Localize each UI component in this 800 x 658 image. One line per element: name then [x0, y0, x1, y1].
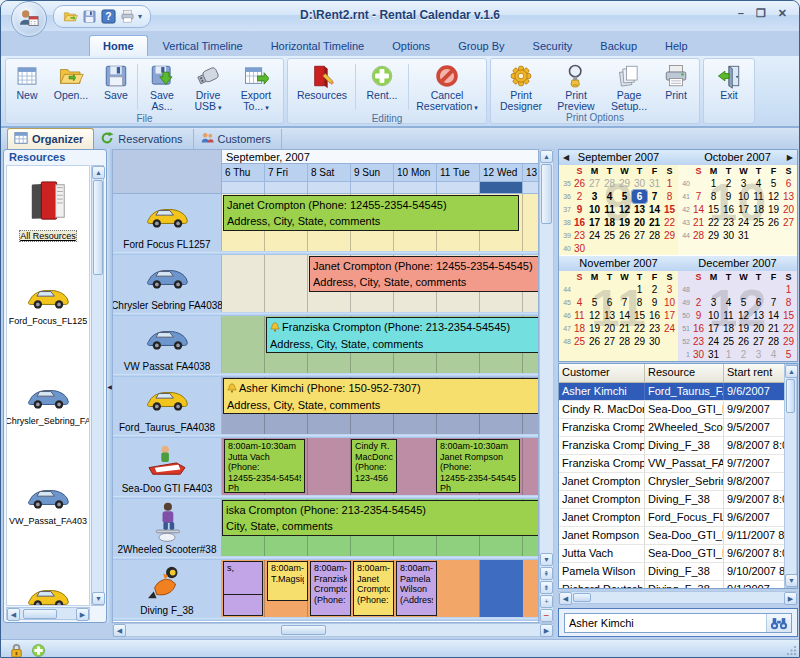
date-cell[interactable]: 10 [662, 296, 677, 309]
date-cell[interactable]: 17 [662, 309, 677, 322]
allday-cell[interactable] [394, 182, 437, 194]
date-cell[interactable]: 29 [632, 335, 647, 348]
date-cell[interactable]: 9 [721, 190, 736, 203]
scroll-thumb[interactable] [281, 625, 326, 635]
date-cell[interactable]: 24 [587, 229, 602, 242]
date-cell[interactable]: 16 [721, 203, 736, 216]
ribbon-tab-group-by[interactable]: Group By [445, 36, 517, 56]
resource-item-ford-focus-fl125[interactable]: Ford_Focus_FL125 [7, 274, 89, 374]
date-cell[interactable]: 21 [766, 322, 781, 335]
date-cell[interactable]: 25 [572, 335, 587, 348]
date-cell[interactable]: 16 [691, 322, 706, 335]
column-header-start-rent[interactable]: Start rent [724, 364, 786, 382]
timeline-area[interactable]: Janet Crompton (Phone: 12455-2354-54545)… [222, 194, 538, 251]
allday-cell[interactable] [437, 182, 480, 194]
date-cell[interactable]: 13 [781, 190, 796, 203]
resource-item-chrysler-sebring-fa[interactable]: Chrysler_Sebring_FA [7, 374, 89, 474]
scroll-thumb[interactable] [23, 609, 57, 619]
date-cell[interactable]: 11 [721, 309, 736, 322]
date-cell[interactable]: 4 [572, 296, 587, 309]
reservation-block[interactable]: Asher Kimchi (Phone: 150-952-7307)Addres… [223, 378, 539, 414]
scroll-left-icon[interactable]: ◀ [559, 592, 572, 605]
scroll-right-icon[interactable]: ▶ [540, 624, 553, 637]
date-cell[interactable]: 9 [647, 296, 662, 309]
date-cell[interactable]: 3 [751, 348, 766, 361]
table-row[interactable]: Janet RompsonSea-Doo_GTI_FA49/11/2007 8:… [559, 527, 797, 545]
table-row[interactable]: Richard DeutschDiving_F_389/1/2007 [559, 581, 797, 589]
qa-customize-icon[interactable]: ▾ [138, 12, 142, 21]
allday-cell[interactable] [222, 182, 265, 194]
ribbon-tab-horizontal-timeline[interactable]: Horizontal Timeline [258, 36, 378, 56]
date-cell[interactable]: 22 [662, 216, 677, 229]
date-cell[interactable]: 7 [766, 296, 781, 309]
date-cell[interactable]: 14 [647, 203, 662, 216]
date-cell[interactable]: 24 [662, 322, 677, 335]
drive-usb-button[interactable]: Drive USB ▾ [185, 61, 231, 113]
date-cell[interactable]: 18 [602, 216, 617, 229]
table-vertical-scrollbar[interactable]: ▲ ▼ [784, 364, 797, 588]
date-cell[interactable]: 28 [691, 229, 706, 242]
date-cell[interactable]: 10 [706, 309, 721, 322]
date-cell[interactable]: 8 [781, 296, 796, 309]
date-cell[interactable]: 4 [602, 190, 617, 203]
date-cell[interactable]: 28 [602, 177, 617, 190]
zoom-in-icon[interactable]: + [540, 595, 553, 608]
scroll-up-icon[interactable]: ▲ [92, 166, 105, 179]
open-button[interactable]: Open... [46, 61, 96, 101]
date-cell[interactable]: 2 [721, 177, 736, 190]
date-cell[interactable]: 30 [721, 229, 736, 242]
date-cell[interactable]: 26 [617, 229, 632, 242]
table-row[interactable]: Janet CromptonDiving_F_389/9/2007 8:00 [559, 491, 797, 509]
binoculars-icon[interactable] [766, 614, 791, 632]
scroll-thumb[interactable] [786, 379, 795, 413]
scroll-right-icon[interactable]: ▶ [784, 592, 797, 605]
table-row[interactable]: Jutta VachSea-Doo_GTI_FA49/6/2007 8:00 [559, 545, 797, 563]
reservation-block[interactable]: Franziska Crompton (Phone: 213-2354-5454… [266, 317, 539, 353]
date-cell[interactable]: 3 [736, 177, 751, 190]
date-cell[interactable]: 18 [751, 203, 766, 216]
reservation-block[interactable]: 8:00am-1PamelaWilson(Address [396, 561, 437, 616]
date-cell[interactable]: 19 [736, 322, 751, 335]
schedule-horizontal-scrollbar[interactable]: ◀ ▶ [112, 623, 554, 637]
date-cell[interactable]: 5 [736, 296, 751, 309]
save-as-button[interactable]: Save As... [139, 61, 185, 112]
date-cell[interactable]: 27 [751, 335, 766, 348]
date-cell[interactable]: 26 [572, 177, 587, 190]
date-cell[interactable]: 10 [736, 190, 751, 203]
date-cell[interactable]: 6 [781, 177, 796, 190]
reservation-block[interactable]: Cindy R.MacDonc(Phone:123-456 [351, 439, 397, 493]
date-cell[interactable]: 17 [706, 322, 721, 335]
qa-open-icon[interactable] [62, 9, 78, 25]
date-cell[interactable]: 29 [617, 177, 632, 190]
tab-organizer[interactable]: Organizer [7, 128, 94, 149]
exit-button[interactable]: Exit [706, 61, 752, 101]
date-cell[interactable]: 5 [781, 348, 796, 361]
date-cell[interactable]: 3 [662, 283, 677, 296]
date-cell[interactable]: 30 [691, 348, 706, 361]
date-cell[interactable]: 14 [691, 203, 706, 216]
date-cell[interactable]: 15 [706, 203, 721, 216]
add-resource-button[interactable] [29, 641, 47, 658]
date-cell[interactable]: 29 [781, 335, 796, 348]
resource-item-vw-passat-fa403[interactable]: VW_Passat_FA403 [7, 474, 89, 574]
date-cell[interactable]: 16 [572, 216, 587, 229]
date-cell[interactable]: 20 [751, 322, 766, 335]
cancel-reservation-button[interactable]: Cancel Reservation ▾ [410, 61, 484, 113]
allday-cell[interactable] [265, 182, 308, 194]
zoom-out-icon[interactable]: − [540, 609, 553, 622]
timeline-area[interactable]: iska Crompton (Phone: 213-2354-54545)Cit… [222, 499, 538, 556]
table-row[interactable]: Janet CromptonChrysler_Sebring_F9/8/2007 [559, 473, 797, 491]
print-designer-button[interactable]: Print Designer [493, 61, 549, 112]
resource-cell[interactable]: 2Wheeled Scooter#38 [113, 499, 222, 556]
close-button[interactable]: ✕ [778, 7, 787, 20]
tab-customers[interactable]: Customers [194, 129, 282, 149]
date-cell[interactable]: 1 [781, 283, 796, 296]
date-cell[interactable]: 13 [602, 309, 617, 322]
selected-date-cell[interactable]: 6 [632, 190, 647, 203]
rent-button[interactable]: Rent... [357, 61, 407, 101]
date-cell[interactable]: 5 [766, 177, 781, 190]
ribbon-tab-home[interactable]: Home [89, 35, 148, 56]
ribbon-tab-vertical-timeline[interactable]: Vertical Timeline [150, 36, 256, 56]
allday-cell[interactable] [523, 182, 539, 194]
lock-icon[interactable] [7, 641, 25, 658]
